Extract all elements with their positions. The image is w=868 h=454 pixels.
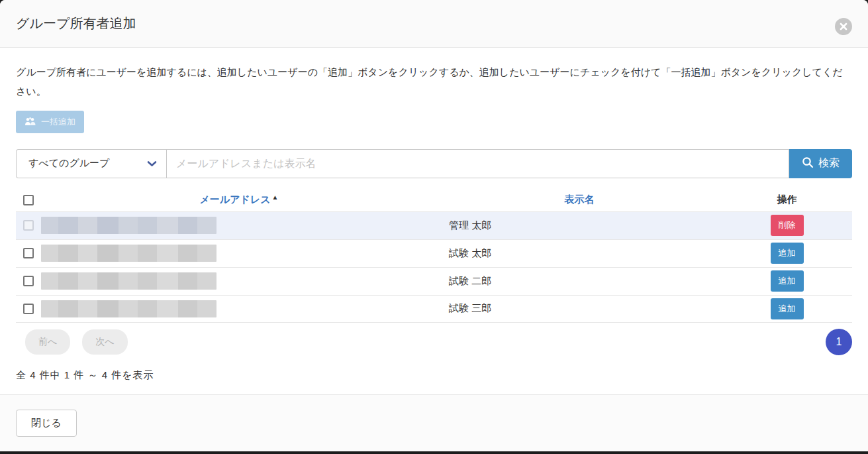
- delete-button[interactable]: 削除: [771, 215, 804, 236]
- add-group-owner-modal: グループ所有者追加 グループ所有者にユーザーを追加するには、追加したいユーザーの…: [0, 0, 868, 451]
- users-table: メールアドレス▲ 表示名 操作 管理 太郎 削除: [16, 189, 852, 323]
- table-header-row: メールアドレス▲ 表示名 操作: [16, 189, 852, 211]
- group-filter-value: すべてのグループ: [28, 157, 109, 170]
- search-button-label: 検索: [818, 156, 840, 170]
- pagination: 前へ 次へ 1: [16, 329, 852, 355]
- add-button[interactable]: 追加: [771, 298, 804, 319]
- display-name-cell: 試験 二郎: [437, 275, 722, 288]
- redacted-email: [41, 245, 217, 262]
- next-page-button[interactable]: 次へ: [82, 329, 127, 355]
- modal-description: グループ所有者にユーザーを追加するには、追加したいユーザーの「追加」ボタンをクリ…: [16, 62, 852, 101]
- column-header-email[interactable]: メールアドレス▲: [199, 194, 278, 205]
- modal-header: グループ所有者追加: [0, 0, 868, 48]
- current-page-button[interactable]: 1: [826, 329, 852, 355]
- modal-body: グループ所有者にユーザーを追加するには、追加したいユーザーの「追加」ボタンをクリ…: [0, 48, 868, 382]
- modal-title: グループ所有者追加: [16, 15, 136, 32]
- display-name-cell: 試験 太郎: [437, 247, 722, 260]
- sort-ascending-icon: ▲: [272, 194, 279, 201]
- table-row: 管理 太郎 削除: [16, 211, 852, 239]
- table-row: 試験 太郎 追加: [16, 239, 852, 267]
- search-icon: [802, 156, 814, 171]
- table-row: 試験 三郎 追加: [16, 295, 852, 323]
- add-button[interactable]: 追加: [771, 243, 804, 264]
- footer-close-button[interactable]: 閉じる: [16, 410, 77, 437]
- bulk-add-button[interactable]: 一括追加: [16, 111, 84, 133]
- group-filter-select[interactable]: すべてのグループ: [16, 149, 166, 178]
- bulk-add-label: 一括追加: [41, 116, 75, 128]
- redacted-email: [41, 300, 217, 317]
- select-all-checkbox[interactable]: [23, 195, 34, 205]
- row-checkbox[interactable]: [23, 248, 34, 258]
- table-row: 試験 二郎 追加: [16, 267, 852, 295]
- redacted-email: [41, 272, 217, 290]
- prev-page-button[interactable]: 前へ: [25, 329, 70, 355]
- display-name-cell: 管理 太郎: [437, 219, 722, 232]
- row-checkbox[interactable]: [23, 304, 34, 314]
- modal-footer: 閉じる: [0, 394, 868, 451]
- close-icon: [840, 23, 847, 30]
- search-input[interactable]: [166, 149, 789, 178]
- search-row: すべてのグループ 検索: [16, 149, 852, 178]
- results-summary: 全 4 件中 1 件 ～ 4 件を表示: [16, 369, 852, 382]
- row-checkbox[interactable]: [23, 276, 34, 286]
- column-header-display-name[interactable]: 表示名: [565, 194, 595, 205]
- add-button[interactable]: 追加: [771, 270, 804, 292]
- users-group-icon: [24, 117, 36, 127]
- column-header-actions: 操作: [722, 194, 852, 206]
- row-checkbox: [23, 220, 34, 231]
- display-name-cell: 試験 三郎: [437, 302, 722, 315]
- search-button[interactable]: 検索: [789, 149, 852, 178]
- modal-close-button[interactable]: [835, 18, 852, 35]
- chevron-down-icon: [147, 158, 157, 169]
- redacted-email: [41, 217, 217, 234]
